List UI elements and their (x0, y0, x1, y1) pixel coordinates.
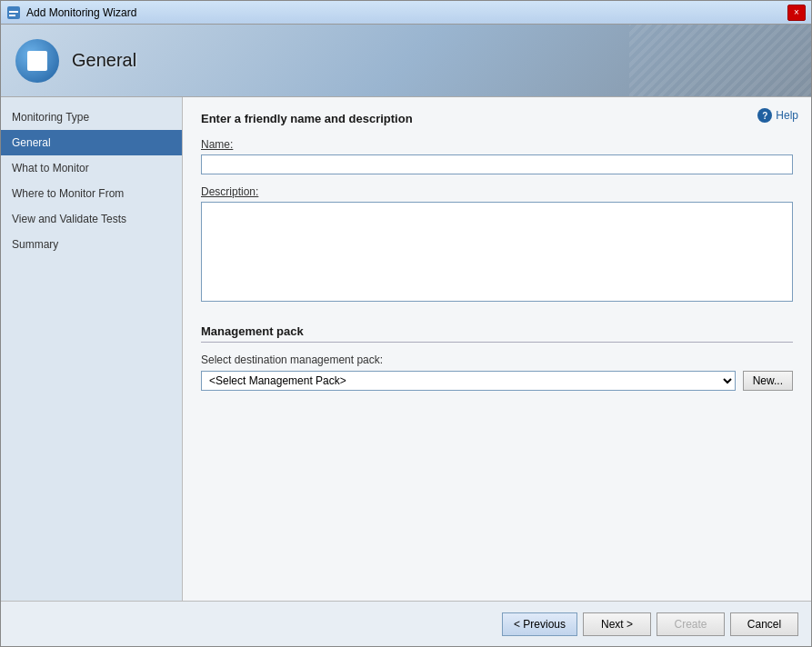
title-bar-left: Add Monitoring Wizard (6, 5, 136, 20)
wizard-logo (15, 39, 59, 83)
help-link[interactable]: ? Help (757, 108, 798, 123)
title-bar-title: Add Monitoring Wizard (26, 6, 136, 19)
header-bg-pattern (629, 25, 811, 97)
sidebar: Monitoring Type General What to Monitor … (1, 97, 183, 601)
create-button[interactable]: Create (657, 612, 725, 636)
select-row: <Select Management Pack> New... (201, 371, 793, 391)
help-label: Help (776, 109, 798, 122)
wizard-footer: < Previous Next > Create Cancel (1, 601, 811, 646)
management-pack-section: Management pack Select destination manag… (201, 324, 793, 391)
description-label: Description: (201, 185, 793, 198)
name-input[interactable] (201, 154, 793, 174)
sidebar-item-view-validate[interactable]: View and Validate Tests (1, 206, 182, 232)
svg-rect-1 (9, 11, 18, 13)
logo-inner (27, 51, 47, 71)
wizard-body: Monitoring Type General What to Monitor … (1, 97, 811, 601)
previous-button[interactable]: < Previous (502, 612, 577, 636)
help-icon: ? (757, 108, 772, 123)
wizard-icon (6, 5, 21, 20)
close-button[interactable]: × (787, 5, 806, 21)
main-content: ? Help Enter a friendly name and descrip… (183, 97, 811, 601)
next-button[interactable]: Next > (583, 612, 651, 636)
cancel-button[interactable]: Cancel (730, 612, 798, 636)
wizard-header: General (1, 25, 811, 97)
select-label: Select destination management pack: (201, 353, 793, 366)
section-title: Enter a friendly name and description (201, 112, 793, 125)
description-input[interactable] (201, 202, 793, 302)
sidebar-item-monitoring-type[interactable]: Monitoring Type (1, 105, 182, 130)
sidebar-item-what-to-monitor[interactable]: What to Monitor (1, 155, 182, 181)
wizard-window: Add Monitoring Wizard × General Monitori… (0, 0, 812, 647)
description-wrapper (201, 202, 793, 304)
new-button[interactable]: New... (743, 371, 793, 391)
svg-rect-2 (9, 15, 15, 16)
sidebar-item-summary[interactable]: Summary (1, 232, 182, 257)
management-pack-title: Management pack (201, 324, 793, 343)
name-label: Name: (201, 138, 793, 151)
title-bar: Add Monitoring Wizard × (1, 1, 811, 25)
sidebar-item-general[interactable]: General (1, 130, 182, 155)
management-pack-select[interactable]: <Select Management Pack> (201, 371, 736, 391)
sidebar-item-where-to-monitor[interactable]: Where to Monitor From (1, 181, 182, 206)
wizard-header-title: General (72, 50, 136, 71)
